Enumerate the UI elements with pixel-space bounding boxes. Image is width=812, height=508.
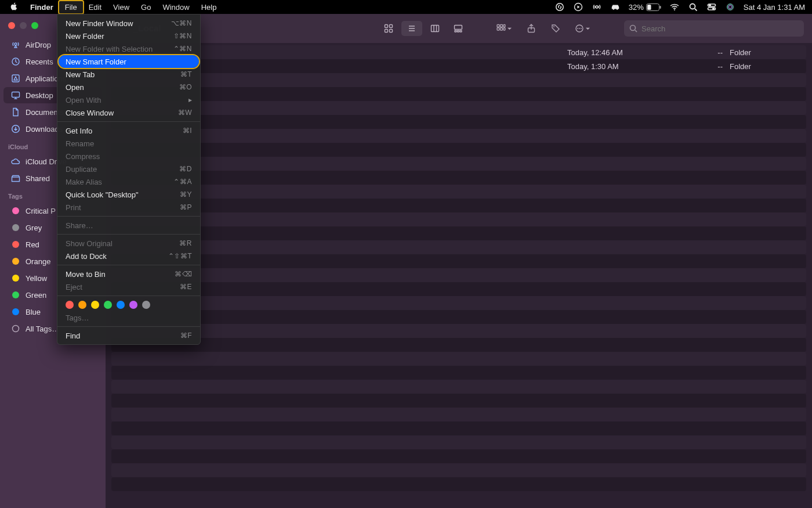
finder-toolbar: _Local bbox=[106, 14, 812, 43]
menu-item-shortcut: ⌘W bbox=[178, 109, 192, 117]
menu-window[interactable]: Window bbox=[157, 1, 195, 13]
search-field[interactable] bbox=[624, 20, 804, 37]
menu-item-label: Close Window bbox=[66, 109, 114, 117]
battery-percentage-label: 32% bbox=[629, 3, 644, 12]
file-date: Today, 1:30 AM bbox=[567, 62, 701, 71]
svg-point-41 bbox=[581, 28, 582, 29]
menubar-clock[interactable]: Sat 4 Jan 1:31 AM bbox=[744, 3, 805, 12]
tag-color-option[interactable] bbox=[104, 301, 112, 309]
file-row[interactable]: ▸esToday, 1:30 AM--Folder bbox=[111, 59, 806, 73]
menu-item-label: New Finder Window bbox=[66, 19, 133, 28]
menu-help[interactable]: Help bbox=[195, 1, 223, 13]
airdrop-icon bbox=[10, 39, 21, 50]
window-close-button[interactable] bbox=[8, 22, 15, 29]
action-menu-button[interactable] bbox=[571, 21, 594, 36]
spotlight-icon[interactable] bbox=[688, 2, 698, 12]
svg-rect-21 bbox=[385, 25, 388, 28]
airdrop-status-icon[interactable] bbox=[592, 2, 602, 12]
control-center-icon[interactable] bbox=[706, 2, 717, 12]
file-kind: Folder bbox=[730, 48, 799, 57]
active-app-name[interactable]: Finder bbox=[24, 1, 59, 13]
menu-item-open[interactable]: Open⌘O bbox=[57, 81, 200, 93]
menu-item-label: Quick Look "Desktop" bbox=[66, 190, 139, 199]
menu-edit[interactable]: Edit bbox=[83, 1, 107, 13]
menu-view[interactable]: View bbox=[107, 1, 135, 13]
svg-rect-34 bbox=[501, 28, 503, 30]
menu-file[interactable]: File bbox=[59, 1, 83, 13]
svg-rect-28 bbox=[458, 31, 459, 33]
menu-item-find[interactable]: Find⌘F bbox=[57, 329, 200, 342]
tag-color-option[interactable] bbox=[91, 301, 99, 309]
sidebar-item-label: Red bbox=[26, 240, 39, 249]
file-row bbox=[111, 226, 806, 240]
menu-item-shortcut: ▸ bbox=[188, 96, 193, 104]
menu-item-open-with: Open With▸ bbox=[57, 93, 200, 106]
tag-color-option[interactable] bbox=[66, 301, 74, 309]
tag-color-option[interactable] bbox=[78, 301, 86, 309]
tag-color-option[interactable] bbox=[142, 301, 150, 309]
file-row bbox=[111, 366, 806, 380]
file-row bbox=[111, 185, 806, 199]
menu-item-tags-: Tags… bbox=[57, 311, 200, 324]
view-as-gallery-button[interactable] bbox=[448, 21, 469, 36]
search-input[interactable] bbox=[641, 24, 799, 33]
file-row bbox=[111, 463, 806, 477]
share-button[interactable] bbox=[523, 21, 540, 36]
group-by-button[interactable] bbox=[493, 21, 516, 36]
svg-point-20 bbox=[13, 326, 19, 332]
svg-point-37 bbox=[553, 26, 554, 27]
wifi-icon[interactable] bbox=[669, 2, 680, 12]
menu-separator bbox=[57, 265, 200, 265]
svg-rect-22 bbox=[390, 25, 393, 28]
car-icon[interactable] bbox=[610, 2, 621, 12]
siri-icon[interactable] bbox=[725, 2, 735, 12]
file-row[interactable]: ▸Today, 12:46 AM--Folder bbox=[111, 45, 806, 59]
menu-separator bbox=[57, 296, 200, 296]
menu-item-move-to-bin[interactable]: Move to Bin⌘⌫ bbox=[57, 268, 200, 280]
menu-item-add-to-dock[interactable]: Add to Dock⌃⇧⌘T bbox=[57, 250, 200, 262]
menu-item-new-smart-folder[interactable]: New Smart Folder bbox=[59, 55, 199, 68]
sidebar-item-label: Blue bbox=[26, 308, 41, 316]
menu-item-shortcut: ⌘R bbox=[179, 239, 192, 247]
file-row bbox=[111, 380, 806, 394]
window-zoom-button[interactable] bbox=[31, 22, 38, 29]
menu-item-shortcut: ⌘F bbox=[180, 332, 192, 340]
menu-go[interactable]: Go bbox=[135, 1, 157, 13]
menu-item-show-original: Show Original⌘R bbox=[57, 237, 200, 250]
menu-item-new-tab[interactable]: New Tab⌘T bbox=[57, 68, 200, 81]
menu-item-eject: Eject⌘E bbox=[57, 280, 200, 293]
view-as-list-button[interactable] bbox=[401, 21, 422, 36]
tag-color-dot bbox=[10, 256, 21, 266]
download-icon bbox=[10, 124, 21, 134]
svg-rect-35 bbox=[503, 28, 505, 30]
file-row bbox=[111, 143, 806, 157]
svg-point-11 bbox=[712, 8, 714, 10]
apps-icon bbox=[10, 73, 21, 84]
doc-icon bbox=[10, 107, 21, 117]
battery-status[interactable]: 32% bbox=[629, 3, 661, 12]
menu-item-shortcut: ⌘Y bbox=[180, 190, 192, 199]
svg-rect-30 bbox=[497, 25, 499, 27]
file-row bbox=[111, 101, 806, 115]
shazam-icon[interactable] bbox=[554, 2, 565, 12]
menu-item-quick-look-desktop-[interactable]: Quick Look "Desktop"⌘Y bbox=[57, 188, 200, 201]
apple-menu-icon[interactable] bbox=[7, 2, 24, 13]
menu-item-get-info[interactable]: Get Info⌘I bbox=[57, 124, 200, 137]
tags-button[interactable] bbox=[547, 21, 564, 36]
menu-item-label: Get Info bbox=[66, 127, 92, 135]
menu-separator bbox=[57, 121, 200, 122]
view-as-columns-button[interactable] bbox=[425, 21, 445, 36]
menu-item-label: Eject bbox=[66, 283, 82, 291]
menu-item-new-finder-window[interactable]: New Finder Window⌥⌘N bbox=[57, 17, 200, 30]
svg-point-6 bbox=[674, 9, 675, 10]
tag-color-option[interactable] bbox=[129, 301, 137, 309]
play-circle-icon[interactable] bbox=[573, 2, 583, 12]
menu-item-label: Open With bbox=[66, 96, 101, 105]
menu-item-new-folder[interactable]: New Folder⇧⌘N bbox=[57, 30, 200, 42]
menu-item-close-window[interactable]: Close Window⌘W bbox=[57, 106, 200, 119]
tag-color-option[interactable] bbox=[117, 301, 125, 309]
view-as-icons-button[interactable] bbox=[378, 21, 399, 36]
file-list[interactable]: ▸Today, 12:46 AM--Folder▸esToday, 1:30 A… bbox=[106, 43, 812, 508]
svg-rect-29 bbox=[460, 31, 462, 33]
window-minimize-button[interactable] bbox=[20, 22, 27, 29]
